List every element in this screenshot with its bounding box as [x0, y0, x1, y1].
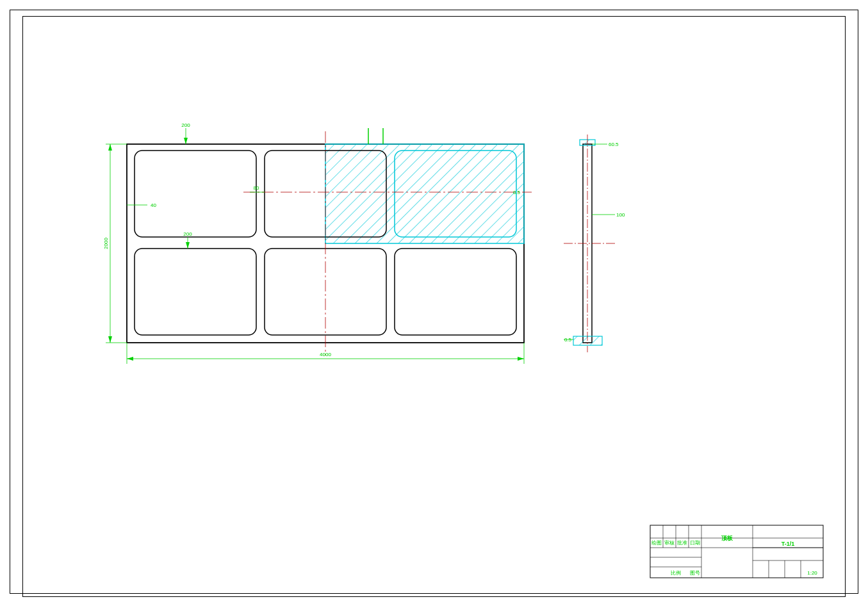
svg-text:200: 200 — [181, 122, 190, 128]
svg-text:2000: 2000 — [103, 238, 109, 249]
svg-text:比例: 比例 — [671, 570, 681, 576]
svg-marker-18 — [108, 336, 112, 343]
svg-text:60.5: 60.5 — [609, 142, 619, 147]
svg-marker-12 — [518, 357, 524, 361]
svg-rect-7 — [395, 249, 516, 335]
svg-rect-5 — [135, 249, 256, 335]
svg-text:图号: 图号 — [690, 570, 700, 576]
svg-rect-2 — [135, 151, 256, 237]
drawing-canvas: 4000 2000 200 200 — [0, 0, 868, 613]
dimension-rib-mid-v: 200 — [183, 231, 192, 249]
side-view: 60.5 100 0.5 — [564, 135, 625, 352]
svg-text:0.5: 0.5 — [513, 190, 521, 195]
svg-text:80: 80 — [254, 185, 259, 191]
dimension-side-60-5: 60.5 — [592, 142, 619, 147]
front-view: 4000 2000 200 200 — [103, 122, 532, 364]
svg-text:200: 200 — [183, 231, 192, 237]
svg-text:审核: 审核 — [664, 540, 675, 546]
dimension-height: 2000 — [103, 144, 127, 343]
svg-text:日期: 日期 — [690, 540, 700, 546]
svg-text:绘图: 绘图 — [651, 540, 662, 546]
svg-text:40: 40 — [151, 202, 156, 208]
svg-marker-24 — [186, 242, 190, 249]
svg-marker-21 — [184, 138, 188, 144]
part-name: 顶板 — [721, 535, 733, 541]
dimension-rib-top: 200 — [181, 122, 190, 144]
dimension-side-100: 100 — [592, 212, 625, 218]
hatch-region — [325, 144, 524, 243]
dimension-section-marks — [368, 128, 383, 144]
svg-text:100: 100 — [616, 212, 625, 218]
dimension-side-0-5: 0.5 — [564, 337, 573, 343]
svg-text:1:20: 1:20 — [807, 570, 817, 576]
svg-rect-34 — [573, 336, 602, 345]
svg-text:批准: 批准 — [677, 540, 687, 546]
sheet-number: T-1/1 — [782, 541, 795, 547]
svg-marker-17 — [108, 144, 112, 151]
dimension-80: 80 — [250, 185, 265, 192]
svg-text:4000: 4000 — [320, 352, 331, 357]
dimension-40: 40 — [127, 202, 156, 208]
title-block: 顶板 T-1/1 绘图 审核 批准 日期 比例 图号 1:20 — [650, 525, 823, 578]
dimension-0-5-right: 0.5 — [513, 190, 521, 195]
svg-marker-11 — [127, 357, 133, 361]
svg-text:0.5: 0.5 — [564, 337, 572, 343]
